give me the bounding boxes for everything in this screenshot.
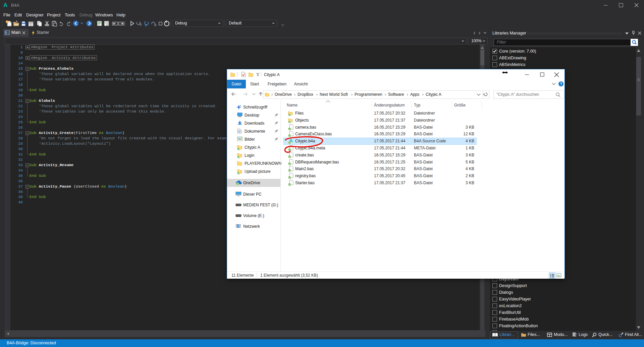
svg-text:2: 2 (106, 23, 108, 26)
